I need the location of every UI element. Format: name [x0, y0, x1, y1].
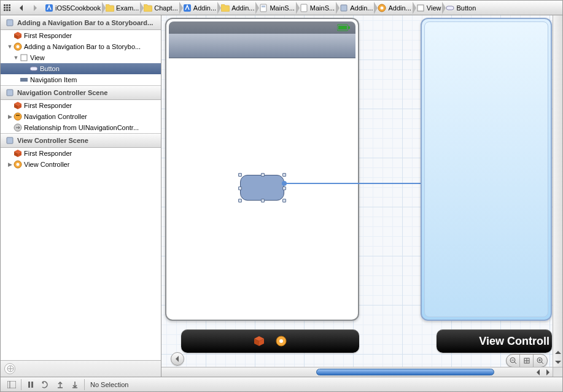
- navitem-icon: [20, 75, 28, 84]
- cube-icon: [14, 101, 22, 110]
- breadcrumb-item-folder[interactable]: Addin...: [217, 1, 255, 15]
- xcode-project-icon: [183, 4, 192, 12]
- svg-rect-11: [260, 4, 266, 12]
- first-responder-dock-icon[interactable]: [252, 334, 266, 348]
- uibutton-icon: [29, 64, 38, 73]
- svg-rect-17: [417, 5, 424, 11]
- outline-row-button[interactable]: Button: [1, 63, 161, 74]
- svg-rect-53: [31, 382, 33, 388]
- viewcontroller-dock-icon[interactable]: [274, 334, 288, 348]
- zoom-controls[interactable]: [506, 354, 548, 367]
- breadcrumb-item-project[interactable]: iOS5Cookbook: [41, 1, 102, 15]
- nav-back-button[interactable]: [15, 2, 27, 14]
- svg-rect-4: [6, 7, 8, 9]
- breadcrumb-item-folder[interactable]: Chapt...: [140, 1, 179, 15]
- zoom-in-button[interactable]: [534, 355, 547, 367]
- view-icon: [20, 53, 28, 62]
- toggle-outline-button[interactable]: [171, 352, 184, 366]
- svg-rect-3: [4, 7, 6, 9]
- scene-dock[interactable]: [181, 329, 359, 353]
- svg-point-30: [14, 161, 21, 168]
- zoom-out-button[interactable]: [507, 355, 520, 367]
- storyboard-scene-icon: [6, 18, 14, 27]
- svg-rect-10: [184, 4, 191, 12]
- nav-forward-button[interactable]: [28, 2, 41, 14]
- outline-row-viewcontroller[interactable]: ▼Adding a Navigation Bar to a Storybo...: [1, 41, 161, 52]
- storyboard-canvas[interactable]: View Controll: [161, 15, 562, 377]
- svg-rect-24: [20, 78, 28, 82]
- debug-step-in-button[interactable]: [68, 377, 82, 392]
- svg-line-41: [514, 362, 516, 364]
- breadcrumb-related-items[interactable]: [1, 2, 14, 14]
- viewcontroller-scene-2[interactable]: [421, 18, 552, 321]
- scene-header[interactable]: Navigation Controller Scene: [1, 85, 161, 100]
- breadcrumb-item-viewcontroller[interactable]: Addin...: [374, 1, 412, 15]
- scene-header[interactable]: Adding a Navigation Bar to a Storyboard.…: [1, 15, 161, 30]
- svg-rect-2: [9, 4, 10, 6]
- storyboard-scene-icon: [6, 88, 14, 97]
- outline-row-first-responder[interactable]: First Responder: [1, 100, 161, 111]
- svg-rect-23: [30, 67, 37, 71]
- scroll-down-arrow[interactable]: [554, 358, 562, 366]
- viewcontroller-scene[interactable]: [165, 18, 359, 321]
- svg-rect-6: [4, 9, 6, 11]
- outline-row-viewcontroller[interactable]: ▶View Controller: [1, 159, 161, 170]
- svg-rect-9: [45, 4, 53, 12]
- breadcrumb-item-scene[interactable]: Addin...: [336, 1, 374, 15]
- svg-point-28: [14, 124, 21, 131]
- svg-point-15: [378, 4, 386, 12]
- breadcrumb-item-view[interactable]: View: [413, 1, 443, 15]
- svg-rect-18: [446, 6, 454, 10]
- navigation-bar[interactable]: [169, 34, 355, 58]
- svg-rect-8: [9, 9, 10, 11]
- selected-button-element[interactable]: [240, 175, 284, 201]
- debug-step-over-button[interactable]: [53, 377, 68, 392]
- outline-row-relationship[interactable]: Relationship from UINavigationContr...: [1, 122, 161, 133]
- scene-header[interactable]: View Controller Scene: [1, 133, 161, 148]
- svg-point-32: [7, 366, 14, 372]
- svg-rect-7: [6, 9, 8, 11]
- breadcrumb: iOS5Cookbook Exam... Chapt... Addin... A…: [1, 1, 562, 15]
- breadcrumb-item-file[interactable]: MainS...: [296, 1, 336, 15]
- outline-row-navitem[interactable]: Navigation Item: [1, 74, 161, 85]
- scene-dock-2[interactable]: View Controll: [437, 329, 552, 353]
- cube-icon: [14, 31, 22, 40]
- outline-filter-field[interactable]: [4, 363, 15, 374]
- scroll-up-arrow[interactable]: [554, 348, 562, 357]
- bottom-toolbar: No Selection: [1, 377, 562, 391]
- breadcrumb-item-project[interactable]: Addin...: [179, 1, 217, 15]
- vertical-scrollbar[interactable]: [553, 15, 562, 367]
- debug-pause-button[interactable]: [23, 377, 38, 392]
- viewcontroller-icon: [14, 42, 22, 51]
- folder-icon: [106, 4, 114, 12]
- svg-rect-14: [341, 5, 347, 11]
- scroll-right-arrow[interactable]: [543, 368, 552, 377]
- outline-row-view[interactable]: ▼View: [1, 52, 161, 63]
- outline-row-navcontroller[interactable]: ▶Navigation Controller: [1, 111, 161, 122]
- folder-icon: [221, 4, 230, 12]
- svg-point-16: [381, 6, 384, 9]
- debug-continue-button[interactable]: [38, 377, 53, 392]
- svg-rect-19: [7, 20, 13, 26]
- svg-rect-50: [7, 381, 16, 388]
- breadcrumb-item-button[interactable]: Button: [442, 1, 477, 15]
- segue-line[interactable]: [284, 183, 444, 184]
- zoom-actual-button[interactable]: [520, 355, 534, 367]
- breadcrumb-item-storyboard[interactable]: MainS...: [255, 1, 295, 15]
- horizontal-scroll-thumb[interactable]: [316, 369, 494, 375]
- svg-rect-13: [301, 4, 307, 12]
- horizontal-scrollbar[interactable]: [161, 367, 553, 377]
- storyboard-file-icon: [259, 4, 268, 12]
- svg-point-21: [17, 45, 20, 48]
- filter-icon: [7, 365, 14, 372]
- svg-point-26: [14, 113, 21, 120]
- relationship-icon: [14, 123, 22, 132]
- svg-rect-43: [524, 358, 529, 363]
- outline-row-first-responder[interactable]: First Responder: [1, 30, 161, 41]
- viewcontroller-icon: [14, 160, 22, 169]
- outline-row-first-responder[interactable]: First Responder: [1, 148, 161, 159]
- breadcrumb-item-folder[interactable]: Exam...: [102, 1, 140, 15]
- scroll-left-arrow[interactable]: [534, 368, 543, 377]
- outline-view-toggle[interactable]: [4, 377, 19, 392]
- viewcontroller-icon: [378, 4, 386, 12]
